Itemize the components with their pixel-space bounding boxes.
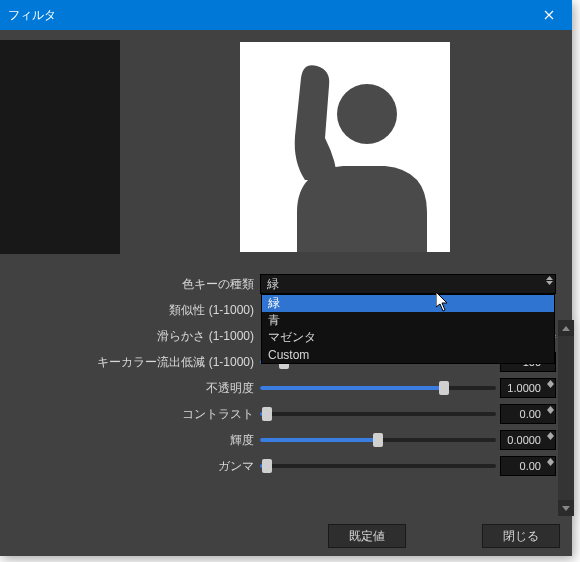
label-similarity: 類似性 (1-1000) xyxy=(0,302,260,319)
label-gamma: ガンマ xyxy=(0,458,260,475)
slider-thumb[interactable] xyxy=(262,459,272,473)
slider-thumb[interactable] xyxy=(262,407,272,421)
title-bar: フィルタ xyxy=(0,0,572,30)
select-spinner[interactable] xyxy=(546,276,553,285)
close-button[interactable]: 閉じる xyxy=(482,524,560,548)
label-key-type: 色キーの種類 xyxy=(0,276,260,293)
label-spill: キーカラー流出低減 (1-1000) xyxy=(0,354,260,371)
chevron-down-icon xyxy=(562,506,570,511)
close-icon xyxy=(544,8,554,23)
label-contrast: コントラスト xyxy=(0,406,260,423)
person-silhouette-icon xyxy=(245,52,445,252)
preview-before xyxy=(0,40,120,254)
window-title: フィルタ xyxy=(8,7,56,24)
opacity-slider[interactable] xyxy=(260,386,496,390)
dropdown-option-green[interactable]: 緑 xyxy=(262,295,554,312)
controls-panel: 色キーの種類 緑 緑 青 マゼンタ Custom xyxy=(0,272,564,480)
scrollbar-track[interactable] xyxy=(558,336,574,502)
preview-after xyxy=(132,40,558,254)
scroll-down-button[interactable] xyxy=(558,500,574,516)
svg-point-0 xyxy=(337,84,397,144)
button-row: 既定値 閉じる xyxy=(328,524,560,548)
brightness-value[interactable]: 0.0000 xyxy=(500,430,556,450)
label-smoothness: 滑らかさ (1-1000) xyxy=(0,328,260,345)
label-brightness: 輝度 xyxy=(0,432,260,449)
window-close-button[interactable] xyxy=(526,0,572,30)
preview-image xyxy=(240,42,450,252)
dropdown-option-magenta[interactable]: マゼンタ xyxy=(262,329,554,346)
brightness-slider[interactable] xyxy=(260,438,496,442)
label-opacity: 不透明度 xyxy=(0,380,260,397)
slider-thumb[interactable] xyxy=(373,433,383,447)
chevron-up-icon xyxy=(546,276,553,280)
key-color-type-select[interactable]: 緑 緑 青 マゼンタ Custom xyxy=(260,274,556,294)
gamma-value[interactable]: 0.00 xyxy=(500,456,556,476)
dropdown-option-blue[interactable]: 青 xyxy=(262,312,554,329)
dialog-content: 色キーの種類 緑 緑 青 マゼンタ Custom xyxy=(0,30,572,556)
preview-row xyxy=(0,40,564,254)
slider-thumb[interactable] xyxy=(439,381,449,395)
defaults-button[interactable]: 既定値 xyxy=(328,524,406,548)
dialog-window: フィルタ xyxy=(0,0,572,556)
select-value: 緑 xyxy=(267,276,279,293)
chevron-down-icon xyxy=(546,281,553,285)
contrast-value[interactable]: 0.00 xyxy=(500,404,556,424)
opacity-value[interactable]: 1.0000 xyxy=(500,378,556,398)
contrast-slider[interactable] xyxy=(260,412,496,416)
key-color-type-dropdown[interactable]: 緑 青 マゼンタ Custom xyxy=(261,294,555,364)
gamma-slider[interactable] xyxy=(260,464,496,468)
chevron-up-icon xyxy=(562,326,570,331)
scroll-up-button[interactable] xyxy=(558,320,574,336)
dropdown-option-custom[interactable]: Custom xyxy=(262,346,554,363)
